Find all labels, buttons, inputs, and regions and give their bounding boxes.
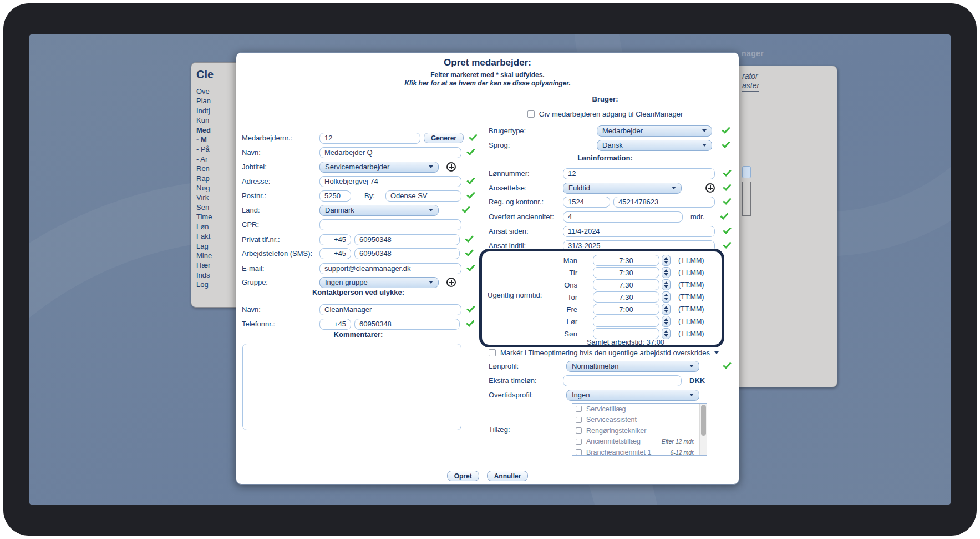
arbejdstelefon-label: Arbejdstelefon (SMS): — [242, 249, 319, 258]
user-role-fragment: rator — [742, 72, 758, 80]
kommentarer-textarea[interactable] — [242, 344, 461, 430]
navn-label: Navn: — [242, 148, 319, 157]
time-stepper[interactable] — [662, 304, 671, 315]
valid-check-icon — [722, 139, 730, 148]
normtid-days: Man (TT:MM) Tir — [482, 254, 722, 340]
normtid-input[interactable] — [593, 316, 659, 327]
row-adresse: Adresse: — [242, 175, 475, 187]
time-stepper[interactable] — [662, 279, 671, 290]
normtid-input[interactable] — [593, 255, 659, 266]
time-stepper[interactable] — [662, 291, 671, 303]
land-select[interactable]: Danmark — [319, 205, 439, 216]
tillaeg-checkbox[interactable] — [576, 449, 582, 455]
kontakt-navn-label: Navn: — [242, 305, 319, 314]
email-input[interactable] — [319, 263, 461, 274]
day-label: Ons — [482, 281, 577, 289]
time-stepper[interactable] — [662, 328, 671, 339]
ansat-siden-input[interactable] — [563, 226, 715, 237]
gruppe-label: Gruppe: — [242, 278, 319, 286]
stepper-up-icon — [664, 294, 668, 296]
arbejdstelefon-prefix-input[interactable] — [319, 248, 351, 259]
add-ansaettelse-icon[interactable] — [705, 183, 715, 193]
navn-input[interactable] — [319, 147, 461, 158]
normtid-input[interactable] — [593, 328, 659, 339]
tillaeg-checkbox[interactable] — [576, 417, 582, 423]
brugertype-value: Medarbejder — [602, 127, 643, 135]
normtid-input[interactable] — [593, 279, 659, 290]
normtid-input[interactable] — [593, 291, 659, 303]
dialog-privacy-link[interactable]: Klik her for at se hvem der kan se disse… — [236, 79, 739, 87]
valid-check-icon — [465, 248, 473, 256]
chevron-down-icon — [689, 365, 694, 367]
privat-tlf-input[interactable] — [354, 234, 460, 245]
tillaeg-scrollbar[interactable] — [699, 404, 707, 455]
valid-check-icon — [465, 234, 473, 243]
lonnummer-input[interactable] — [563, 168, 715, 179]
tillaeg-checkbox[interactable] — [576, 439, 582, 445]
adgang-checkbox[interactable] — [527, 110, 535, 118]
ekstra-timelon-input[interactable] — [563, 375, 682, 386]
overtidsprofil-select[interactable]: Ingen — [566, 390, 699, 401]
arbejdstelefon-input[interactable] — [354, 248, 460, 259]
kontakt-navn-input[interactable] — [319, 304, 461, 315]
day-label: Søn — [482, 330, 577, 338]
marker-checkbox[interactable] — [489, 349, 496, 356]
medarbejdernr-input[interactable] — [319, 133, 420, 144]
dialog-footer: Opret Annuller — [236, 471, 739, 481]
gruppe-select[interactable]: Ingen gruppe — [319, 277, 439, 288]
tillaeg-item: Brancheanciennitet 1 6-12 mdr. — [572, 447, 706, 456]
privat-tlf-prefix-input[interactable] — [319, 234, 351, 245]
adresse-input[interactable] — [319, 176, 461, 187]
by-label: By: — [364, 192, 381, 200]
generer-button[interactable]: Generer — [424, 133, 464, 143]
kontonr-input[interactable] — [613, 197, 715, 208]
normtid-input[interactable] — [593, 304, 659, 315]
chevron-down-icon[interactable] — [714, 351, 719, 354]
sprog-select[interactable]: Dansk — [597, 140, 712, 151]
brugertype-select[interactable]: Medarbejder — [597, 125, 712, 137]
valid-check-icon — [461, 204, 470, 213]
ansaettelse-select[interactable]: Fuldtid — [563, 183, 682, 194]
privat-tlf-label: Privat tlf.nr.: — [242, 235, 319, 244]
time-format-label: (TT:MM) — [678, 305, 704, 313]
regnr-input[interactable] — [563, 197, 610, 208]
time-stepper[interactable] — [662, 316, 671, 327]
time-stepper[interactable] — [662, 267, 671, 278]
tillaeg-checkbox[interactable] — [576, 427, 582, 434]
row-kontakt-tlf: Telefonnr.: — [242, 318, 474, 330]
overtidsprofil-value: Ingen — [572, 391, 590, 399]
postnr-input[interactable] — [319, 190, 351, 202]
opret-button[interactable]: Opret — [447, 471, 479, 481]
anciennitet-input[interactable] — [563, 211, 683, 223]
normtid-day-row: Lør (TT:MM) — [482, 315, 722, 328]
scrollbar-thumb[interactable] — [701, 405, 706, 436]
cpr-input[interactable] — [319, 219, 461, 230]
valid-check-icon — [723, 168, 731, 177]
row-privat-tlf: Privat tlf.nr.: — [242, 234, 473, 245]
lonprofil-value: Normaltimeløn — [572, 362, 619, 370]
bruger-heading: Bruger: — [494, 95, 716, 103]
lonprofil-select[interactable]: Normaltimeløn — [566, 361, 699, 372]
valid-check-icon — [720, 211, 728, 220]
time-stepper[interactable] — [662, 255, 671, 266]
by-input[interactable] — [385, 190, 461, 202]
app-background: Cle Ove Plan Indtj Kun Med - M - På — [29, 34, 951, 505]
annuller-button[interactable]: Annuller — [487, 471, 529, 481]
row-jobtitel: Jobtitel: Servicemedarbejder — [242, 161, 456, 173]
tillaeg-item-label: Brancheanciennitet 1 — [586, 449, 651, 456]
tillaeg-item-label: Rengøringstekniker — [586, 427, 646, 435]
tillaeg-checkbox[interactable] — [576, 406, 582, 412]
jobtitel-select[interactable]: Servicemedarbejder — [319, 162, 439, 173]
add-gruppe-icon[interactable] — [446, 278, 456, 287]
kontakt-tlf-input[interactable] — [354, 319, 460, 330]
ansaettelse-label: Ansættelse: — [489, 184, 563, 192]
stepper-up-icon — [664, 318, 668, 321]
normtid-input[interactable] — [593, 267, 659, 278]
add-jobtitel-icon[interactable] — [446, 162, 456, 172]
kontakt-tlf-prefix-input[interactable] — [319, 319, 351, 330]
clipped-widget — [742, 182, 751, 216]
gruppe-value: Ingen gruppe — [325, 278, 368, 286]
ekstra-timelon-label: Ekstra timeløn: — [489, 376, 563, 385]
kontakt-tlf-label: Telefonnr.: — [242, 320, 319, 328]
land-label: Land: — [242, 206, 319, 214]
